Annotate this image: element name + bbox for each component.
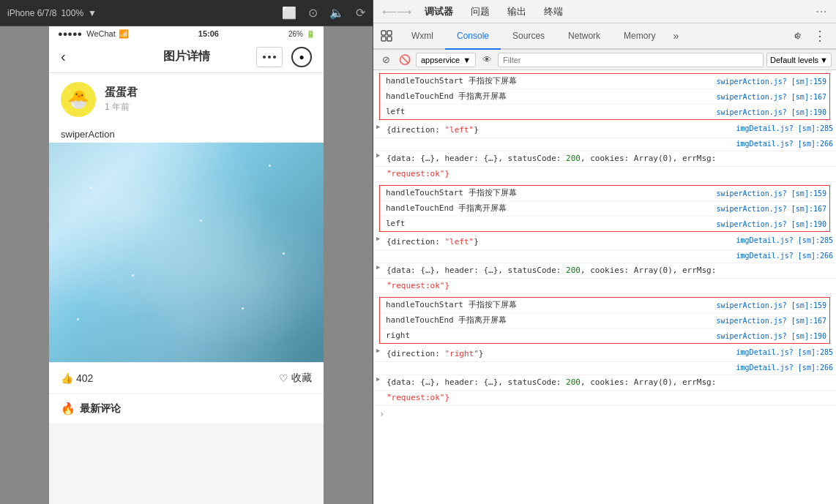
inspect-icon[interactable] — [373, 23, 400, 48]
tab-console[interactable]: Console — [445, 23, 501, 50]
comment-title: 最新评论 — [80, 402, 121, 415]
svg-rect-0 — [381, 31, 386, 35]
right-panel: ⟵⟶ 调试器 问题 输出 终端 ⋯ Wxml Console Sources N… — [373, 0, 836, 504]
arrow-icon[interactable] — [373, 123, 384, 130]
devtools-tab-icons: ⋮ — [786, 23, 836, 48]
entry-text: "request:ok"} — [384, 279, 830, 293]
camera-button[interactable]: ● — [291, 47, 312, 67]
console-entry: {data: {…}, header: {…}, statusCode: 200… — [373, 263, 836, 279]
entry-file[interactable]: imgDetail.js? [sm]:285 — [734, 347, 836, 358]
tablet-icon[interactable]: ⬜ — [282, 6, 296, 20]
entry-file — [830, 279, 836, 282]
entry-file[interactable]: swiperAction.js? [sm]:159 — [713, 300, 829, 311]
entry-file[interactable]: imgDetail.js? [sm]:266 — [734, 138, 836, 149]
nav-right-actions: ● — [256, 47, 312, 67]
filter-icon[interactable]: 🚫 — [397, 52, 413, 68]
entry-text: {direction: "right"} — [384, 347, 734, 361]
devtools-top-bar: ⟵⟶ 调试器 问题 输出 终端 ⋯ — [373, 0, 836, 23]
back-button[interactable]: ‹ — [61, 48, 66, 65]
console-group-entry: handleTouchEnd 手指离开屏幕 swiperAction.js? [… — [380, 89, 829, 105]
entry-file — [830, 375, 836, 378]
user-row: 🐣 蛋蛋君 1 年前 — [49, 73, 324, 126]
tab-wxml[interactable]: Wxml — [400, 23, 445, 50]
entry-file[interactable]: swiperAction.js? [sm]:190 — [713, 107, 829, 118]
console-entry: {data: {…}, header: {…}, statusCode: 200… — [373, 375, 836, 391]
tab-memory[interactable]: Memory — [612, 23, 667, 50]
arrow-icon[interactable] — [373, 151, 384, 159]
console-entry: {data: {…}, header: {…}, statusCode: 200… — [373, 151, 836, 167]
entry-text: handleTouchEnd 手指离开屏幕 — [380, 313, 713, 328]
tab-network[interactable]: Network — [556, 23, 612, 50]
console-entry: {direction: "left"} imgDetail.js? [sm]:2… — [373, 123, 836, 138]
fire-icon: 🔥 — [61, 402, 75, 415]
more-icon[interactable]: ⋯ — [816, 4, 827, 18]
console-prompt[interactable]: › — [373, 406, 836, 422]
entry-text: left — [380, 217, 713, 231]
arrow-icon[interactable] — [373, 235, 384, 242]
eye-icon[interactable]: 👁 — [479, 52, 495, 68]
speaker-icon[interactable]: 🔈 — [329, 6, 344, 20]
entry-file[interactable]: swiperAction.js? [sm]:167 — [713, 91, 829, 102]
entry-text: {direction: "left"} — [384, 123, 734, 138]
entry-file[interactable]: swiperAction.js? [sm]:159 — [713, 188, 829, 199]
console-entry: "request:ok"} — [373, 167, 836, 182]
tab-terminal[interactable]: 终端 — [537, 2, 570, 21]
more-options-button[interactable] — [256, 47, 283, 67]
entry-file[interactable]: swiperAction.js? [sm]:190 — [713, 219, 829, 230]
console-group-entry: handleTouchStart 手指按下屏幕 swiperAction.js?… — [380, 74, 829, 89]
collect-button[interactable]: ♡ 收藏 — [279, 372, 312, 385]
tab-more[interactable]: » — [667, 23, 684, 48]
entry-file[interactable]: swiperAction.js? [sm]:159 — [713, 76, 829, 87]
tab-issues[interactable]: 问题 — [463, 2, 497, 21]
tab-debugger[interactable]: 调试器 — [417, 2, 460, 21]
filter-input[interactable] — [498, 53, 764, 67]
tab-output[interactable]: 输出 — [500, 2, 534, 21]
tab-sources[interactable]: Sources — [501, 23, 556, 50]
entry-text: handleTouchEnd 手指离开屏幕 — [380, 89, 713, 104]
console-group-entry: left swiperAction.js? [sm]:190 — [380, 105, 829, 119]
entry-file[interactable]: imgDetail.js? [sm]:285 — [734, 123, 836, 134]
user-name: 蛋蛋君 — [105, 86, 138, 99]
arrow-icon[interactable] — [373, 263, 384, 271]
appservice-selector[interactable]: appservice ▼ — [416, 53, 476, 67]
carrier-name: WeChat — [86, 29, 116, 38]
entry-file[interactable]: imgDetail.js? [sm]:285 — [734, 235, 836, 246]
forward-icon: ⟵⟶ — [382, 6, 411, 18]
console-entry: "request:ok"} — [373, 279, 836, 294]
entry-text: {data: {…}, header: {…}, statusCode: 200… — [384, 375, 830, 390]
avatar: 🐣 — [61, 82, 96, 117]
status-carrier: ●●●●● WeChat 📶 — [58, 29, 129, 39]
rotate-icon[interactable]: ⟳ — [356, 6, 365, 20]
entry-file[interactable]: swiperAction.js? [sm]:167 — [713, 203, 829, 214]
comment-section: 🔥 最新评论 — [49, 394, 324, 423]
more-dots-icon[interactable]: ⋮ — [810, 26, 830, 46]
comment-header: 🔥 最新评论 — [61, 402, 312, 415]
wifi-icon: 📶 — [119, 29, 129, 39]
entry-file[interactable]: swiperAction.js? [sm]:167 — [713, 315, 829, 326]
svg-rect-3 — [387, 37, 392, 41]
entry-text — [384, 362, 734, 365]
like-button[interactable]: 👍 402 — [61, 372, 93, 384]
clear-console-button[interactable]: ⊘ — [378, 52, 394, 68]
default-levels-dropdown[interactable]: Default levels ▼ — [766, 53, 832, 67]
arrow-icon[interactable] — [373, 347, 384, 354]
entry-text: {data: {…}, header: {…}, statusCode: 200… — [384, 151, 830, 166]
device-toolbar-left: iPhone 6/7/8 100% ▼ — [7, 8, 97, 18]
entry-file — [830, 167, 836, 170]
entry-file[interactable]: swiperAction.js? [sm]:190 — [713, 331, 829, 342]
prompt-icon: › — [379, 409, 384, 419]
dropdown-arrow: ▼ — [463, 56, 471, 64]
phone-frame: ●●●●● WeChat 📶 15:06 26% 🔋 ‹ 图片详情 — [0, 26, 373, 504]
device-dropdown-icon[interactable]: ▼ — [88, 8, 97, 18]
arrow-icon[interactable] — [373, 375, 384, 383]
entry-file[interactable]: imgDetail.js? [sm]:266 — [734, 250, 836, 261]
circle-icon[interactable]: ⊙ — [308, 6, 318, 20]
entry-file[interactable]: imgDetail.js? [sm]:266 — [734, 362, 836, 373]
console-entry: imgDetail.js? [sm]:266 — [373, 250, 836, 263]
console-group-3: handleTouchStart 手指按下屏幕 swiperAction.js?… — [379, 297, 830, 344]
status-right: 26% 🔋 — [288, 30, 315, 38]
settings-icon[interactable] — [786, 26, 807, 46]
main-image — [49, 143, 324, 362]
status-time: 15:06 — [198, 29, 219, 38]
entry-text: "request:ok"} — [384, 391, 830, 405]
